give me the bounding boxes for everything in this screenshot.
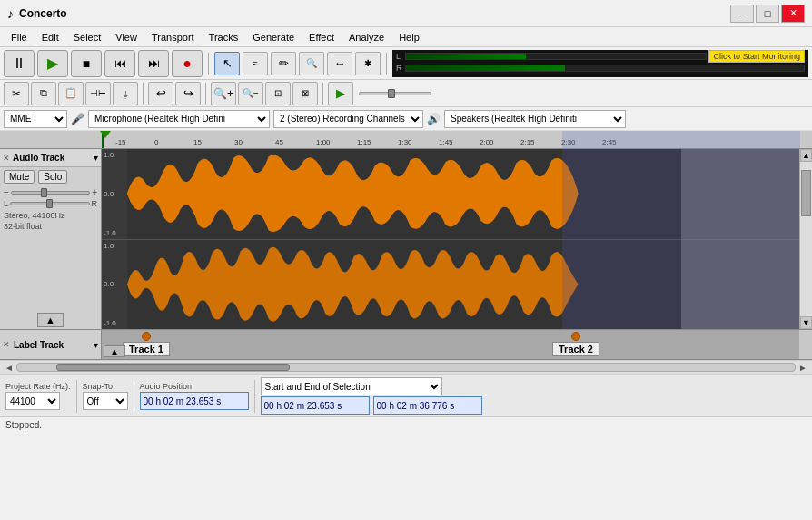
zoom-fit-button[interactable]: ⊠ — [292, 82, 318, 105]
mute-button[interactable]: Mute — [4, 170, 35, 184]
mute-solo-row: Mute Solo — [0, 167, 101, 186]
menu-view[interactable]: View — [108, 30, 144, 45]
hscroll-thumb[interactable] — [56, 364, 290, 371]
audio-track-collapse[interactable]: ▾ — [94, 153, 98, 163]
horizontal-scrollbar[interactable]: ◄ ► — [0, 360, 812, 375]
monitor-button[interactable]: Click to Start Monitoring — [708, 50, 805, 63]
label-track-collapse[interactable]: ▾ — [94, 340, 98, 350]
pan-slider[interactable] — [10, 202, 89, 205]
scroll-v-track[interactable] — [800, 162, 812, 316]
scroll-v-thumb[interactable] — [801, 170, 811, 216]
label-pin-2[interactable] — [571, 332, 580, 341]
scroll-right-arrow[interactable]: ► — [796, 363, 810, 373]
sep5 — [322, 83, 323, 105]
transport-toolbar: ⏸ ▶ ■ ⏮ ⏭ ● ↖ ≈ ✏ 🔍 ↔ ✱ L Click to Start… — [0, 47, 812, 80]
scroll-left-arrow[interactable]: ◄ — [2, 363, 16, 373]
silence-button[interactable]: ⏚ — [113, 82, 138, 105]
label-pin-1[interactable] — [142, 332, 151, 341]
host-select[interactable]: MME — [4, 110, 67, 128]
label-text-2[interactable]: Track 2 — [552, 342, 599, 356]
label-expand-button[interactable]: ▲ — [104, 345, 125, 357]
label-track-name: Label Track — [14, 340, 92, 350]
close-button[interactable]: ✕ — [781, 5, 805, 23]
trim-button[interactable]: ⊣⊢ — [85, 82, 111, 105]
menu-tracks[interactable]: Tracks — [202, 30, 246, 45]
time-shift-tool[interactable]: ↔ — [327, 52, 352, 75]
zoom-tool[interactable]: 🔍 — [299, 52, 324, 75]
pencil-tool[interactable]: ✏ — [271, 52, 296, 75]
ruler-mark: 0 — [154, 138, 158, 146]
selection-end-input[interactable] — [373, 396, 482, 415]
cut-button[interactable]: ✂ — [4, 82, 29, 105]
select-tool[interactable]: ↖ — [214, 52, 240, 75]
edit-toolbar: ✂ ⧉ 📋 ⊣⊢ ⏚ ↩ ↪ 🔍+ 🔍− ⊡ ⊠ ▶ — [0, 80, 812, 107]
play-button[interactable]: ▶ — [37, 50, 68, 77]
label-track1[interactable]: Track 1 — [123, 332, 170, 356]
ruler-mark: 45 — [275, 138, 283, 146]
minimize-button[interactable]: — — [730, 5, 754, 23]
channels-select[interactable]: 2 (Stereo) Recording Channels — [273, 110, 423, 128]
device-row: MME 🎤 Microphone (Realtek High Defini 2 … — [0, 107, 812, 131]
hscroll-track[interactable] — [16, 363, 796, 372]
zoom-sel-button[interactable]: ⊡ — [265, 82, 291, 105]
menu-select[interactable]: Select — [66, 30, 109, 45]
pause-button[interactable]: ⏸ — [4, 50, 35, 77]
playback-speed-play[interactable]: ▶ — [328, 82, 353, 105]
titlebar: ♪ Concerto — □ ✕ — [0, 0, 812, 27]
menu-generate[interactable]: Generate — [245, 30, 302, 45]
snap-to-select[interactable]: Off — [83, 392, 128, 410]
y-scale-1.0-top: 1.0 — [104, 151, 125, 159]
solo-button[interactable]: Solo — [38, 170, 67, 184]
selection-start-input[interactable] — [261, 396, 370, 415]
mic-icon: 🎤 — [71, 113, 84, 125]
zoom-in-button[interactable]: 🔍+ — [211, 82, 236, 105]
menu-edit[interactable]: Edit — [35, 30, 66, 45]
audio-position-section: Audio Position — [140, 382, 249, 410]
multi-tool[interactable]: ✱ — [355, 52, 381, 75]
label-track-close[interactable]: ✕ — [3, 340, 10, 349]
selection-type-select[interactable]: Start and End of Selection — [261, 377, 442, 395]
audio-track-close[interactable]: ✕ — [3, 154, 10, 163]
speaker-icon: 🔊 — [427, 113, 441, 125]
menu-help[interactable]: Help — [391, 30, 427, 45]
label-text-1[interactable]: Track 1 — [123, 342, 170, 356]
project-rate-select[interactable]: 44100 — [5, 392, 60, 410]
paste-button[interactable]: 📋 — [58, 82, 84, 105]
pan-r-label: R — [92, 199, 98, 208]
track-expand-button[interactable]: ▲ — [37, 313, 64, 327]
label-track2[interactable]: Track 2 — [552, 332, 599, 356]
speaker-select[interactable]: Speakers (Realtek High Definiti — [444, 110, 626, 128]
menu-file[interactable]: File — [4, 30, 35, 45]
label-track-panel: ✕ Label Track ▾ — [0, 330, 102, 359]
label-waveform-area: Track 1 Track 2 ▲ — [102, 330, 799, 359]
skip-start-button[interactable]: ⏮ — [104, 50, 135, 77]
copy-button[interactable]: ⧉ — [31, 82, 56, 105]
y-scale-bottom: 1.0 0.0 -1.0 — [102, 240, 127, 330]
undo-button[interactable]: ↩ — [148, 82, 173, 105]
ruler-mark: 1:30 — [398, 138, 412, 146]
menu-transport[interactable]: Transport — [144, 30, 202, 45]
microphone-select[interactable]: Microphone (Realtek High Defini — [88, 110, 270, 128]
ruler-mark: 2:15 — [520, 138, 535, 146]
zoom-out-button[interactable]: 🔍− — [238, 82, 263, 105]
y-scale-minus1.0-top: -1.0 — [104, 229, 125, 237]
timeline-ruler: -15 0 15 30 45 1:00 1:15 1:30 1:45 2:00 … — [0, 131, 812, 149]
maximize-button[interactable]: □ — [756, 5, 779, 23]
envelope-tool[interactable]: ≈ — [243, 52, 268, 75]
redo-button[interactable]: ↪ — [175, 82, 201, 105]
record-button[interactable]: ● — [172, 50, 203, 77]
audio-position-label: Audio Position — [140, 382, 249, 391]
vertical-scrollbar[interactable]: ▲ ▼ — [799, 149, 812, 329]
gain-slider[interactable] — [11, 191, 90, 195]
stop-button[interactable]: ■ — [71, 50, 102, 77]
skip-end-button[interactable]: ⏭ — [138, 50, 169, 77]
scroll-up-arrow[interactable]: ▲ — [800, 149, 812, 162]
menu-analyze[interactable]: Analyze — [342, 30, 391, 45]
vu-meters: L Click to Start Monitoring R — [392, 50, 808, 77]
menubar: File Edit Select View Transport Tracks G… — [0, 27, 812, 47]
scroll-down-arrow[interactable]: ▼ — [800, 316, 812, 329]
audio-position-input[interactable] — [140, 392, 249, 410]
label-scrollbar-spacer — [799, 330, 812, 359]
speed-slider[interactable] — [359, 92, 431, 95]
menu-effect[interactable]: Effect — [302, 30, 342, 45]
